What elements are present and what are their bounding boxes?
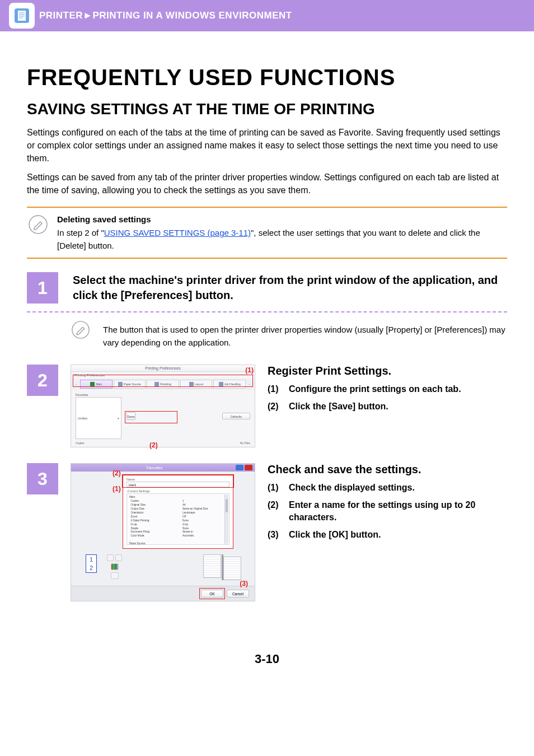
callout-label-2: (2) [149, 441, 158, 449]
name-label: Name: [127, 478, 229, 481]
svg-rect-3 [19, 14, 25, 15]
step-1-subnote: The button that is used to open the prin… [103, 320, 507, 349]
step-3: 3 Favorites (2) (1) Name: [27, 463, 507, 601]
favorites-select[interactable]: Untitled ▾ [76, 397, 121, 439]
printer-chapter-icon [9, 3, 35, 29]
callout-label-1: (1) [113, 485, 121, 493]
tab-job-icon [219, 382, 223, 386]
tabs-row: ‹ Main Paper Source Finishing Layout Job… [71, 379, 255, 390]
chevron-down-icon: ▾ [118, 417, 119, 420]
favorites-value: Untitled [78, 417, 87, 420]
breadcrumb: PRINTER►PRINTING IN A WINDOWS ENVIRONMEN… [39, 10, 292, 21]
preview-page-2 [223, 557, 241, 580]
settings-right-col: 1 A4 Same as Original Size Landscape Off… [182, 496, 227, 543]
note-pre: In step 2 of " [57, 228, 104, 237]
step-1-title: Select the machine's printer driver from… [73, 272, 507, 304]
note-title: Deleting saved settings [57, 213, 507, 226]
toggle-icon-1[interactable] [107, 554, 114, 561]
copies-label: Copies [76, 441, 85, 445]
close-window-button[interactable] [245, 465, 252, 470]
no-files-label: No Files [240, 441, 250, 445]
mock-window-subtitle: Printing Preferences [71, 372, 255, 379]
tab-paper-label: Paper Source [124, 382, 141, 386]
help-window-button[interactable] [236, 465, 243, 470]
color-preview-icon [111, 563, 119, 570]
callout-label-1: (1) [245, 366, 254, 374]
tab-main-icon [90, 382, 95, 386]
callout-label-3: (3) [240, 580, 248, 587]
pencil-note-icon [27, 213, 49, 253]
dashed-separator [27, 311, 507, 312]
step-number-badge: 2 [27, 365, 58, 396]
note-block: Deleting saved settings In step 2 of "US… [27, 207, 507, 259]
cancel-button[interactable]: Cancel [227, 590, 249, 598]
output-preview [203, 554, 243, 582]
step-3-title: Check and save the settings. [268, 463, 507, 476]
tab-main[interactable]: Main [80, 380, 113, 389]
breadcrumb-section: PRINTER [39, 10, 83, 21]
intro-paragraph-1: Settings configured on each of the tabs … [27, 126, 507, 165]
chevron-right-icon[interactable]: › [247, 382, 252, 386]
breadcrumb-page: PRINTING IN A WINDOWS ENVIRONMENT [92, 10, 292, 21]
tab-paper-icon [118, 382, 123, 386]
step-number-badge: 1 [27, 272, 58, 304]
step-2-item-1: (1)Configure the print settings on each … [268, 383, 507, 395]
favorites-dialog-title-bar: Favorites [71, 464, 255, 472]
callout-label-2: (2) [113, 469, 121, 477]
favorites-row: Favorites Untitled ▾ Save Defaults [71, 390, 255, 441]
settings-left-col: Main: Copies: Original Size: Output Size… [129, 496, 174, 543]
chevron-left-icon[interactable]: ‹ [73, 382, 79, 386]
step-1: 1 Select the machine's printer driver fr… [27, 272, 507, 349]
settings-list: Main: Copies: Original Size: Output Size… [127, 493, 229, 545]
svg-rect-2 [19, 12, 25, 13]
tab-layout[interactable]: Layout [180, 380, 213, 389]
tab-finishing-label: Finishing [160, 382, 171, 386]
page-h2: SAVING SETTINGS AT THE TIME OF PRINTING [27, 100, 507, 118]
intro-paragraph-2: Settings can be saved from any tab of th… [27, 171, 507, 197]
step-3-item-3: (3)Click the [OK] button. [268, 529, 507, 541]
header-bar: PRINTER►PRINTING IN A WINDOWS ENVIRONMEN… [0, 0, 534, 31]
step-3-item-2: (2)Enter a name for the settings using u… [268, 499, 507, 524]
toggle-icon-2[interactable] [115, 554, 122, 561]
link-using-saved-settings[interactable]: USING SAVED SETTINGS (page 3-11) [104, 228, 251, 237]
save-button[interactable]: Save [127, 412, 135, 420]
current-settings-label: -Current Settings [127, 489, 229, 493]
tab-layout-icon [189, 382, 194, 386]
favorites-label: Favorites [76, 393, 123, 396]
favorites-dialog-title: Favorites [73, 466, 236, 470]
defaults-button[interactable]: Defaults [222, 413, 250, 419]
step-2: 2 (1) Printing Preferences Printing Pref… [27, 365, 507, 447]
tab-main-label: Main [96, 382, 102, 386]
tab-finishing[interactable]: Finishing [147, 380, 179, 389]
step-number-badge: 3 [27, 463, 58, 494]
pencil-note-icon [69, 320, 92, 349]
page-number: 3-10 [27, 652, 507, 666]
scroll-thumb[interactable] [226, 499, 228, 512]
step-3-item-1: (1)Check the displayed settings. [268, 482, 507, 494]
tab-job-label: Job Handling [224, 382, 241, 386]
mock-window-title: Printing Preferences [71, 365, 255, 372]
printing-preferences-screenshot: (1) Printing Preferences Printing Prefer… [71, 365, 255, 447]
preview-page-1 [203, 554, 221, 578]
tab-job-handling[interactable]: Job Handling [213, 380, 246, 389]
breadcrumb-arrow: ► [83, 10, 92, 21]
tab-layout-label: Layout [195, 382, 203, 386]
scrollbar[interactable] [224, 494, 228, 544]
page-preview-icon [111, 572, 119, 579]
step-2-title: Register Print Settings. [268, 365, 507, 377]
svg-rect-5 [19, 17, 23, 18]
settings-panel: Name: User1 -Current Settings Main: Copi… [123, 475, 233, 549]
dialog-footer: OK Cancel [71, 586, 255, 601]
favorites-dialog-screenshot: Favorites (2) (1) Name: User1 -Current S… [71, 463, 255, 601]
ok-button[interactable]: OK [201, 590, 223, 598]
tab-finishing-icon [154, 382, 159, 386]
name-input[interactable]: User1 [127, 482, 229, 487]
step-2-item-2: (2)Click the [Save] button. [268, 400, 507, 413]
svg-rect-4 [19, 16, 25, 17]
page-index-box: 1 2 [86, 554, 97, 573]
note-body: In step 2 of "USING SAVED SETTINGS (page… [57, 227, 507, 252]
page-h1: FREQUENTLY USED FUNCTIONS [27, 65, 507, 90]
tab-paper-source[interactable]: Paper Source [114, 380, 146, 389]
